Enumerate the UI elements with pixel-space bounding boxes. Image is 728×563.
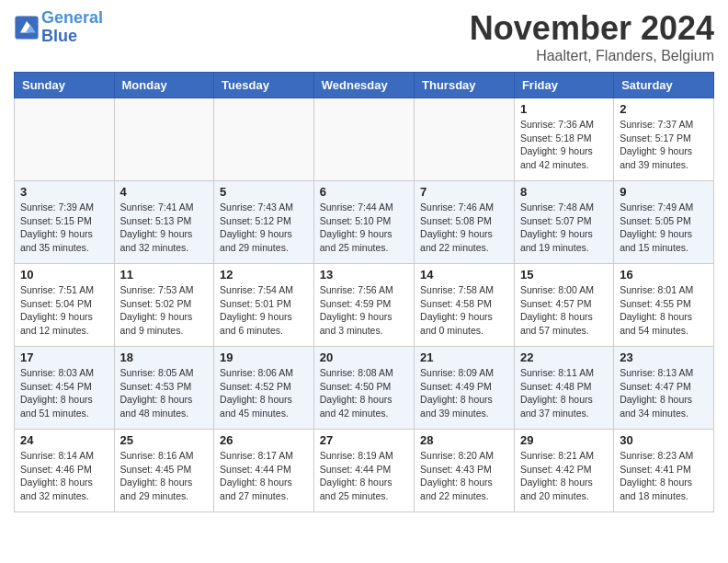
calendar-cell: 15Sunrise: 8:00 AM Sunset: 4:57 PM Dayli…: [514, 264, 613, 347]
day-number: 3: [20, 185, 108, 199]
calendar-cell: 11Sunrise: 7:53 AM Sunset: 5:02 PM Dayli…: [114, 264, 214, 347]
calendar-week-3: 10Sunrise: 7:51 AM Sunset: 5:04 PM Dayli…: [15, 264, 714, 347]
logo-blue: Blue: [41, 27, 77, 45]
day-info: Sunrise: 8:03 AM Sunset: 4:54 PM Dayligh…: [20, 366, 108, 420]
day-info: Sunrise: 8:00 AM Sunset: 4:57 PM Dayligh…: [520, 283, 608, 338]
calendar-cell: 5Sunrise: 7:43 AM Sunset: 5:12 PM Daylig…: [214, 181, 314, 264]
col-tuesday: Tuesday: [214, 73, 314, 98]
calendar-cell: 6Sunrise: 7:44 AM Sunset: 5:10 PM Daylig…: [313, 181, 414, 264]
logo-general: General: [41, 8, 103, 27]
calendar-cell: 30Sunrise: 8:23 AM Sunset: 4:41 PM Dayli…: [614, 430, 714, 512]
calendar-cell: [313, 98, 414, 181]
calendar-cell: 12Sunrise: 7:54 AM Sunset: 5:01 PM Dayli…: [214, 264, 314, 347]
col-thursday: Thursday: [415, 73, 515, 98]
page-container: General Blue November 2024 Haaltert, Fla…: [0, 0, 728, 522]
col-wednesday: Wednesday: [313, 73, 414, 98]
logo-text: General Blue: [41, 9, 103, 46]
day-info: Sunrise: 8:16 AM Sunset: 4:45 PM Dayligh…: [120, 449, 209, 503]
calendar-cell: 26Sunrise: 8:17 AM Sunset: 4:44 PM Dayli…: [214, 430, 314, 512]
title-block: November 2024 Haaltert, Flanders, Belgiu…: [470, 9, 714, 64]
calendar-week-2: 3Sunrise: 7:39 AM Sunset: 5:15 PM Daylig…: [15, 181, 714, 264]
logo: General Blue: [14, 9, 103, 46]
day-info: Sunrise: 7:43 AM Sunset: 5:12 PM Dayligh…: [220, 201, 308, 255]
day-info: Sunrise: 8:11 AM Sunset: 4:48 PM Dayligh…: [520, 366, 608, 420]
calendar-cell: 16Sunrise: 8:01 AM Sunset: 4:55 PM Dayli…: [614, 264, 714, 347]
day-number: 5: [220, 185, 308, 199]
calendar-body: 1Sunrise: 7:36 AM Sunset: 5:18 PM Daylig…: [15, 98, 714, 512]
calendar-cell: 3Sunrise: 7:39 AM Sunset: 5:15 PM Daylig…: [15, 181, 115, 264]
day-number: 21: [420, 350, 508, 364]
day-number: 19: [220, 350, 308, 364]
calendar-header: Sunday Monday Tuesday Wednesday Thursday…: [15, 73, 714, 98]
day-info: Sunrise: 8:23 AM Sunset: 4:41 PM Dayligh…: [620, 449, 708, 503]
calendar-cell: [114, 98, 214, 181]
day-info: Sunrise: 8:06 AM Sunset: 4:52 PM Dayligh…: [220, 366, 308, 420]
day-number: 27: [320, 433, 408, 447]
calendar-cell: [214, 98, 314, 181]
day-info: Sunrise: 7:56 AM Sunset: 4:59 PM Dayligh…: [320, 283, 408, 338]
calendar-cell: 10Sunrise: 7:51 AM Sunset: 5:04 PM Dayli…: [15, 264, 115, 347]
day-info: Sunrise: 7:36 AM Sunset: 5:18 PM Dayligh…: [520, 118, 608, 172]
day-info: Sunrise: 7:53 AM Sunset: 5:02 PM Dayligh…: [120, 283, 209, 338]
day-info: Sunrise: 8:19 AM Sunset: 4:44 PM Dayligh…: [320, 449, 408, 503]
calendar-cell: 7Sunrise: 7:46 AM Sunset: 5:08 PM Daylig…: [415, 181, 515, 264]
calendar-cell: 21Sunrise: 8:09 AM Sunset: 4:49 PM Dayli…: [415, 347, 515, 430]
day-info: Sunrise: 8:14 AM Sunset: 4:46 PM Dayligh…: [20, 449, 108, 503]
day-info: Sunrise: 7:44 AM Sunset: 5:10 PM Dayligh…: [320, 201, 408, 255]
day-number: 7: [420, 185, 508, 199]
day-info: Sunrise: 8:20 AM Sunset: 4:43 PM Dayligh…: [420, 449, 508, 503]
day-number: 22: [520, 350, 608, 364]
day-number: 18: [120, 350, 209, 364]
calendar-cell: 19Sunrise: 8:06 AM Sunset: 4:52 PM Dayli…: [214, 347, 314, 430]
calendar-cell: 24Sunrise: 8:14 AM Sunset: 4:46 PM Dayli…: [15, 430, 115, 512]
calendar-cell: 4Sunrise: 7:41 AM Sunset: 5:13 PM Daylig…: [114, 181, 214, 264]
day-number: 15: [520, 268, 608, 282]
col-friday: Friday: [514, 73, 613, 98]
calendar-cell: 23Sunrise: 8:13 AM Sunset: 4:47 PM Dayli…: [614, 347, 714, 430]
calendar-cell: 22Sunrise: 8:11 AM Sunset: 4:48 PM Dayli…: [514, 347, 613, 430]
calendar-week-4: 17Sunrise: 8:03 AM Sunset: 4:54 PM Dayli…: [15, 347, 714, 430]
col-monday: Monday: [114, 73, 214, 98]
location: Haaltert, Flanders, Belgium: [470, 48, 714, 64]
day-number: 26: [220, 433, 308, 447]
day-info: Sunrise: 7:54 AM Sunset: 5:01 PM Dayligh…: [220, 283, 308, 338]
day-number: 14: [420, 268, 508, 282]
day-info: Sunrise: 7:51 AM Sunset: 5:04 PM Dayligh…: [20, 283, 108, 338]
day-number: 12: [220, 268, 308, 282]
day-number: 23: [620, 350, 708, 364]
day-info: Sunrise: 8:05 AM Sunset: 4:53 PM Dayligh…: [120, 366, 209, 420]
day-info: Sunrise: 7:49 AM Sunset: 5:05 PM Dayligh…: [620, 201, 708, 255]
day-number: 16: [620, 268, 708, 282]
day-number: 2: [620, 102, 708, 116]
day-number: 24: [20, 433, 108, 447]
day-number: 28: [420, 433, 508, 447]
day-number: 17: [20, 350, 108, 364]
day-number: 20: [320, 350, 408, 364]
calendar: Sunday Monday Tuesday Wednesday Thursday…: [14, 72, 714, 512]
calendar-cell: 28Sunrise: 8:20 AM Sunset: 4:43 PM Dayli…: [415, 430, 515, 512]
calendar-cell: 14Sunrise: 7:58 AM Sunset: 4:58 PM Dayli…: [415, 264, 515, 347]
col-sunday: Sunday: [15, 73, 115, 98]
day-number: 13: [320, 268, 408, 282]
day-info: Sunrise: 8:01 AM Sunset: 4:55 PM Dayligh…: [620, 283, 708, 338]
calendar-cell: 1Sunrise: 7:36 AM Sunset: 5:18 PM Daylig…: [514, 98, 613, 181]
day-info: Sunrise: 8:13 AM Sunset: 4:47 PM Dayligh…: [620, 366, 708, 420]
day-number: 25: [120, 433, 209, 447]
calendar-cell: 9Sunrise: 7:49 AM Sunset: 5:05 PM Daylig…: [614, 181, 714, 264]
day-info: Sunrise: 8:21 AM Sunset: 4:42 PM Dayligh…: [520, 449, 608, 503]
day-number: 1: [520, 102, 608, 116]
day-info: Sunrise: 7:58 AM Sunset: 4:58 PM Dayligh…: [420, 283, 508, 338]
calendar-cell: 8Sunrise: 7:48 AM Sunset: 5:07 PM Daylig…: [514, 181, 613, 264]
day-info: Sunrise: 7:46 AM Sunset: 5:08 PM Dayligh…: [420, 201, 508, 255]
day-number: 11: [120, 268, 209, 282]
day-number: 9: [620, 185, 708, 199]
calendar-week-1: 1Sunrise: 7:36 AM Sunset: 5:18 PM Daylig…: [15, 98, 714, 181]
calendar-cell: 29Sunrise: 8:21 AM Sunset: 4:42 PM Dayli…: [514, 430, 613, 512]
day-number: 30: [620, 433, 708, 447]
calendar-cell: [15, 98, 115, 181]
day-info: Sunrise: 8:17 AM Sunset: 4:44 PM Dayligh…: [220, 449, 308, 503]
day-info: Sunrise: 8:09 AM Sunset: 4:49 PM Dayligh…: [420, 366, 508, 420]
day-number: 10: [20, 268, 108, 282]
day-number: 6: [320, 185, 408, 199]
calendar-cell: 17Sunrise: 8:03 AM Sunset: 4:54 PM Dayli…: [15, 347, 115, 430]
